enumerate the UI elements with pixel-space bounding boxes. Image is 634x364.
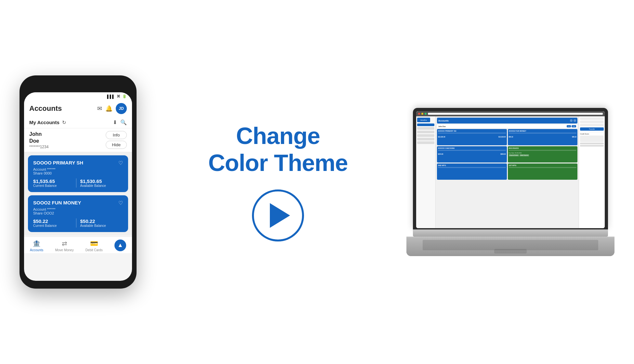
play-button[interactable] [252, 189, 304, 241]
mini-close-dot [418, 113, 420, 115]
phone-screen: ▌▌▌ ⌘ 🔋 Accounts ✉ 🔔 JD My Accounts ↻ [24, 92, 132, 281]
phone-header-icons: ✉ 🔔 JD [97, 103, 127, 114]
account-card-primary: SOOOO PRIMARY SH ♡ Account ****** Share … [28, 155, 128, 192]
my-accounts-row: My Accounts ↻ ⬇ 🔍 [24, 117, 132, 128]
mini-card-2nd-mtg: 2ND MTG [437, 163, 507, 180]
accounts-icon: 🏦 [33, 240, 41, 247]
available-balance-amount-fun: $50.22 [80, 218, 123, 224]
search-icon[interactable]: 🔍 [120, 119, 127, 125]
mini-card-title-5: 1ST MTG [509, 164, 577, 166]
mini-right-panel: Transfer Credit Score [579, 116, 605, 228]
mini-main-content: Accounts John Doe Info Hide [436, 116, 579, 228]
mini-panel-row-3 [580, 124, 604, 126]
mini-panel-row-2 [580, 121, 604, 123]
headline: Change Color Theme [208, 123, 348, 176]
phone-title: Accounts [29, 104, 62, 113]
info-button[interactable]: Info [106, 131, 127, 139]
laptop-mockup: UnitedOne Accounts [413, 108, 614, 256]
move-money-icon: ⇄ [62, 240, 67, 247]
nav-accounts-label: Accounts [30, 248, 43, 252]
available-balance-label: Available Balance [80, 184, 123, 188]
center-section: Change Color Theme [143, 123, 413, 241]
mini-sidebar-statements [417, 138, 434, 140]
mini-user-buttons: Info Hide [567, 125, 576, 127]
account-balances-fun: $50.22 Current Balance $50.22 Available … [33, 218, 123, 228]
current-balance-amount: $1,535.65 [33, 178, 76, 184]
available-balance-col: $1,530.65 Available Balance [76, 178, 123, 188]
phone-mockup: ▌▌▌ ⌘ 🔋 Accounts ✉ 🔔 JD My Accounts ↻ [20, 75, 143, 289]
hide-button[interactable]: Hide [106, 141, 127, 149]
my-accounts-label: My Accounts [29, 120, 59, 125]
mini-url-bar [428, 113, 603, 115]
mini-card-buick: 2015 BUICK Due Date: 03-09-2024 Payment … [508, 146, 578, 162]
available-balance-col-fun: $50.22 Available Balance [76, 218, 123, 228]
current-balance-col: $1,535.65 Current Balance [33, 178, 76, 188]
laptop-screen: UnitedOne Accounts [416, 111, 605, 228]
mini-card-fun-money: SOOO2 FUN MONEY $89.32 $89.32 [508, 129, 578, 145]
laptop-frame: UnitedOne Accounts [413, 108, 614, 256]
headline-line1: Change [208, 123, 348, 150]
account-share-fun: Share OOO2 [33, 211, 123, 215]
mini-transfer-button: Transfer [580, 127, 604, 131]
current-balance-label: Current Balance [33, 184, 76, 188]
available-balance-label-fun: Available Balance [80, 224, 123, 228]
my-accounts-actions: ⬇ 🔍 [113, 119, 127, 125]
wifi-icon: ⌘ [117, 94, 120, 98]
battery-icon: 🔋 [122, 94, 127, 98]
refresh-icon[interactable]: ↻ [62, 120, 66, 125]
nav-debit-cards-label: Debit Cards [86, 248, 103, 252]
account-share-primary: Share 0000 [33, 171, 123, 175]
user-action-buttons: Info Hide [106, 131, 127, 149]
envelope-icon[interactable]: ✉ [97, 105, 102, 112]
favorite-icon-primary[interactable]: ♡ [118, 160, 123, 166]
mini-browser: UnitedOne Accounts [416, 111, 605, 228]
mini-browser-top-bar [416, 111, 605, 116]
debit-cards-icon: 💳 [90, 240, 98, 247]
favorite-icon-fun[interactable]: ♡ [118, 200, 123, 206]
user-name: John Doe [29, 131, 48, 145]
accounts-list: SOOOO PRIMARY SH ♡ Account ****** Share … [24, 152, 132, 235]
mini-logo-text: UnitedOne [420, 119, 427, 121]
account-number: *******1234 [29, 145, 48, 149]
user-info: John Doe *******1234 [29, 131, 48, 149]
mini-accounts-title: Accounts [438, 120, 449, 122]
laptop-base [413, 229, 608, 237]
mini-sidebar: UnitedOne [416, 116, 436, 228]
mini-sidebar-deposit [417, 134, 434, 137]
mini-cards-grid: SOOOO PRIMARY SH $10,526.00 $10,526.00 S… [437, 129, 577, 180]
nav-accounts[interactable]: 🏦 Accounts [30, 240, 43, 252]
mini-card-primary-sh: SOOOO PRIMARY SH $10,526.00 $10,526.00 [437, 129, 507, 145]
mini-card-title-3: 2015 BUICK [509, 147, 577, 149]
mini-card-1st-mtg: 1ST MTG [508, 163, 578, 180]
mini-credit-score-section: Credit Score [580, 132, 604, 147]
account-balances-primary: $1,535.65 Current Balance $1,530.65 Avai… [33, 178, 123, 188]
nav-up-button[interactable]: ▲ [114, 240, 126, 251]
play-triangle-icon [270, 203, 290, 228]
download-icon[interactable]: ⬇ [113, 119, 117, 125]
mini-card-title-1: SOOO2 FUN MONEY [509, 130, 577, 132]
mini-browser-content: UnitedOne Accounts [416, 116, 605, 228]
bell-icon[interactable]: 🔔 [105, 105, 112, 112]
mini-card-title-0: SOOOO PRIMARY SH [438, 130, 506, 132]
mini-user-name: John Doe [438, 125, 446, 127]
mini-card-title-2: SOOOO CHECKING [438, 147, 506, 149]
account-label-fun: Account ****** [33, 207, 123, 211]
mini-hide-button: Hide [572, 125, 576, 127]
phone-frame: ▌▌▌ ⌘ 🔋 Accounts ✉ 🔔 JD My Accounts ↻ [20, 75, 137, 289]
nav-debit-cards[interactable]: 💳 Debit Cards [86, 240, 103, 252]
nav-move-money-label: Move Money [55, 248, 73, 252]
laptop-keyboard [406, 237, 614, 256]
account-card-name-primary: SOOOO PRIMARY SH [33, 160, 83, 165]
nav-move-money[interactable]: ⇄ Move Money [55, 240, 73, 252]
avatar[interactable]: JD [116, 103, 127, 114]
mini-icon-1 [570, 119, 573, 122]
account-card-fun: SOOO2 FUN MONEY ♡ Account ****** Share O… [28, 195, 128, 232]
phone-header: Accounts ✉ 🔔 JD [24, 100, 132, 117]
user-info-row: John Doe *******1234 Info Hide [24, 128, 132, 152]
available-balance-amount: $1,530.65 [80, 178, 123, 184]
mini-credit-score-label: Credit Score [580, 133, 589, 135]
laptop-keyboard-section [413, 237, 614, 256]
nav-more[interactable]: ▲ [114, 240, 126, 252]
phone-status-bar: ▌▌▌ ⌘ 🔋 [24, 92, 132, 100]
mini-sidebar-more [417, 141, 434, 144]
